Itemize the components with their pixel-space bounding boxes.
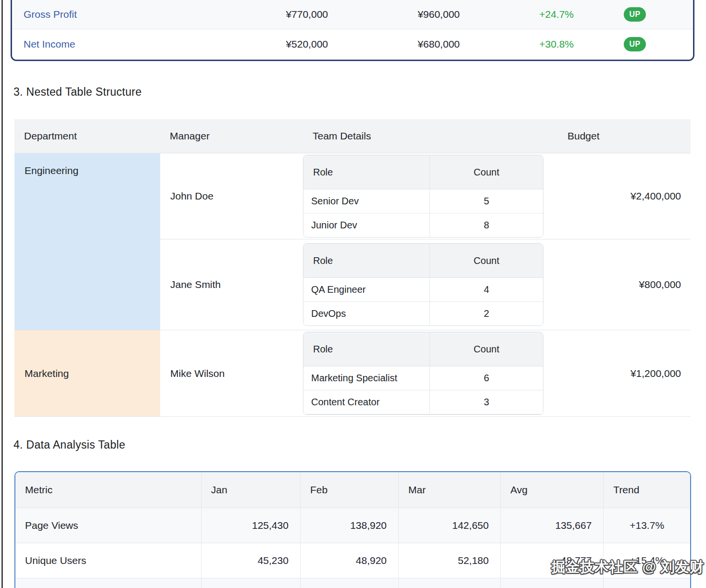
team-table: Role Count Senior Dev 5 bbox=[303, 155, 543, 238]
jan-value bbox=[201, 578, 300, 588]
column-header-feb: Feb bbox=[300, 472, 398, 508]
column-header-department: Department bbox=[14, 119, 160, 153]
column-header-team: Team Details bbox=[303, 119, 558, 153]
metric-cell bbox=[15, 578, 201, 588]
metric-label: Gross Profit bbox=[12, 0, 213, 29]
column-header-jan: Jan bbox=[201, 472, 300, 508]
trend-value: +13.7% bbox=[604, 508, 690, 543]
count-cell: 8 bbox=[430, 213, 543, 238]
page: Gross Profit ¥770,000 ¥960,000 +24.7% UP… bbox=[0, 0, 706, 588]
up-badge: UP bbox=[624, 7, 646, 22]
team-header-row: Role Count bbox=[303, 332, 543, 366]
department-cell-engineering: Engineering bbox=[14, 153, 160, 330]
department-table: Department Manager Team Details Budget E… bbox=[14, 119, 691, 417]
column-header-budget: Budget bbox=[558, 119, 691, 153]
count-header: Count bbox=[430, 244, 543, 278]
status-cell: UP bbox=[577, 0, 693, 29]
team-row: Senior Dev 5 bbox=[303, 189, 543, 213]
section-heading-nested-table: 3. Nested Table Structure bbox=[13, 86, 142, 99]
column-header-manager: Manager bbox=[160, 119, 303, 153]
section-heading-data-analysis: 4. Data Analysis Table bbox=[13, 438, 125, 451]
mar-value bbox=[399, 578, 501, 588]
budget-cell: ¥800,000 bbox=[558, 239, 691, 330]
count-cell: 3 bbox=[430, 390, 543, 414]
feb-value: 48,920 bbox=[300, 543, 398, 578]
jan-value: 45,230 bbox=[201, 543, 300, 578]
role-header: Role bbox=[303, 155, 430, 189]
table-row: Gross Profit ¥770,000 ¥960,000 +24.7% UP bbox=[12, 0, 693, 29]
table-row: Net Income ¥520,000 ¥680,000 +30.8% UP bbox=[12, 29, 693, 60]
manager-cell: Jane Smith bbox=[160, 239, 303, 330]
budget-cell: ¥2,400,000 bbox=[558, 153, 691, 239]
current-value: ¥520,000 bbox=[213, 29, 331, 60]
metric-label: Net Income bbox=[12, 29, 213, 60]
jan-value: 125,430 bbox=[201, 508, 300, 543]
avg-value: 135,667 bbox=[501, 508, 604, 543]
avg-value bbox=[501, 578, 604, 588]
header-row: Department Manager Team Details Budget bbox=[14, 119, 691, 153]
team-row: DevOps 2 bbox=[303, 302, 543, 326]
department-cell-marketing: Marketing bbox=[14, 330, 160, 417]
table-row: Page Views 125,430 138,920 142,650 135,6… bbox=[15, 508, 690, 543]
table-row: Marketing Mike Wilson Role Count bbox=[14, 330, 691, 417]
table-row: Engineering John Doe Role Count bbox=[14, 153, 691, 239]
count-header: Count bbox=[430, 155, 543, 189]
current-value: ¥770,000 bbox=[213, 0, 331, 29]
team-row: Content Creator 3 bbox=[303, 390, 543, 414]
previous-value: ¥960,000 bbox=[331, 0, 463, 29]
role-cell: Senior Dev bbox=[303, 189, 430, 213]
column-header-avg: Avg bbox=[501, 472, 604, 508]
count-cell: 6 bbox=[430, 366, 543, 390]
count-cell: 2 bbox=[430, 302, 543, 326]
manager-cell: Mike Wilson bbox=[160, 330, 303, 417]
status-cell: UP bbox=[577, 29, 693, 60]
nested-structure-table: Department Manager Team Details Budget E… bbox=[14, 119, 691, 417]
team-header-row: Role Count bbox=[303, 155, 543, 189]
team-row: Junior Dev 8 bbox=[303, 213, 543, 238]
table-row-partial bbox=[15, 578, 690, 588]
watermark: 掘金技术社区 @ 刘发财 bbox=[552, 558, 704, 577]
up-badge: UP bbox=[624, 37, 646, 51]
budget-cell: ¥1,200,000 bbox=[558, 330, 691, 417]
feb-value bbox=[300, 578, 398, 588]
count-cell: 5 bbox=[430, 189, 543, 213]
role-header: Role bbox=[303, 244, 430, 278]
team-details-cell: Role Count Marketing Specialist 6 bbox=[303, 330, 558, 417]
team-details-cell: Role Count QA Engineer 4 bbox=[303, 239, 558, 330]
team-table: Role Count QA Engineer 4 bbox=[303, 243, 543, 326]
team-details-cell: Role Count Senior Dev 5 bbox=[303, 153, 558, 239]
count-header: Count bbox=[430, 332, 543, 366]
mar-value: 52,180 bbox=[399, 543, 501, 578]
manager-cell: John Doe bbox=[160, 153, 303, 239]
team-row: Marketing Specialist 6 bbox=[303, 366, 543, 390]
team-row: QA Engineer 4 bbox=[303, 278, 543, 302]
count-cell: 4 bbox=[430, 278, 543, 302]
role-cell: Junior Dev bbox=[303, 213, 430, 238]
team-table: Role Count Marketing Specialist 6 bbox=[303, 332, 543, 415]
page-left-border bbox=[1, 0, 3, 588]
role-cell: QA Engineer bbox=[303, 278, 430, 302]
role-cell: Content Creator bbox=[303, 390, 430, 414]
column-header-metric: Metric bbox=[15, 472, 201, 508]
team-header-row: Role Count bbox=[303, 244, 543, 278]
financial-summary-table: Gross Profit ¥770,000 ¥960,000 +24.7% UP… bbox=[11, 0, 694, 61]
metric-cell: Unique Users bbox=[15, 543, 201, 578]
change-percent: +24.7% bbox=[463, 0, 577, 29]
column-header-mar: Mar bbox=[399, 472, 501, 508]
role-header: Role bbox=[303, 332, 430, 366]
change-percent: +30.8% bbox=[463, 29, 577, 60]
column-header-trend: Trend bbox=[604, 472, 690, 508]
previous-value: ¥680,000 bbox=[331, 29, 463, 60]
metric-cell: Page Views bbox=[15, 508, 201, 543]
role-cell: DevOps bbox=[303, 302, 430, 326]
header-row: Metric Jan Feb Mar Avg Trend bbox=[15, 472, 690, 508]
mar-value: 142,650 bbox=[399, 508, 501, 543]
financial-table: Gross Profit ¥770,000 ¥960,000 +24.7% UP… bbox=[12, 0, 693, 60]
trend-value bbox=[604, 578, 690, 588]
feb-value: 138,920 bbox=[300, 508, 398, 543]
role-cell: Marketing Specialist bbox=[303, 366, 430, 390]
